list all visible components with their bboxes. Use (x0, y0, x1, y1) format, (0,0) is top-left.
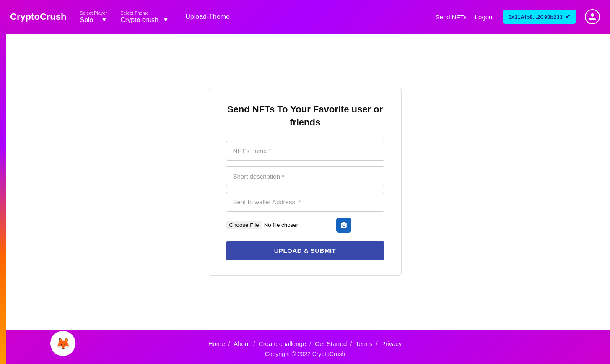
logout-link[interactable]: Logout (475, 13, 494, 21)
select-player-dropdown[interactable]: Solo Multi (80, 16, 104, 23)
select-theme-group: Select Theme Crypto crush Classic Space … (120, 10, 169, 23)
nft-name-input[interactable] (226, 141, 384, 161)
footer-nav: Home / About / Create challenge / Get St… (17, 340, 593, 347)
form-card: Send NFTs To Your Favorite user or frien… (209, 88, 402, 276)
left-strip (0, 0, 6, 364)
logo[interactable]: CryptoCrush (10, 11, 66, 22)
select-player-wrapper: Solo Multi ▼ (80, 16, 107, 23)
upload-submit-button[interactable]: UPLOAD & SUBMIT (226, 241, 384, 260)
form-title: Send NFTs To Your Favorite user or frien… (226, 103, 384, 129)
footer-sep-5: / (376, 340, 378, 347)
footer-home-link[interactable]: Home (208, 340, 225, 347)
header-right: Send NFTs Logout 0x11Afb8...2C90b233 ✔ (436, 9, 600, 24)
file-upload-row (226, 218, 384, 233)
header: CryptoCrush Select Player Solo Multi ▼ S… (0, 0, 610, 34)
select-theme-dropdown[interactable]: Crypto crush Classic Space (120, 16, 169, 23)
avatar[interactable] (585, 9, 600, 24)
footer-about-link[interactable]: About (234, 340, 250, 347)
short-description-input[interactable] (226, 166, 384, 186)
footer-terms-link[interactable]: Terms (356, 340, 373, 347)
wallet-address: 0x11Afb8...2C90b233 (509, 14, 563, 20)
select-player-label: Select Player (80, 10, 107, 16)
select-player-group: Select Player Solo Multi ▼ (80, 10, 107, 23)
footer-create-challenge-link[interactable]: Create challenge (259, 340, 306, 347)
footer-inner: 🦊 Home / About / Create challenge / Get … (17, 340, 593, 347)
send-nfts-link[interactable]: Send NFTs (436, 13, 467, 21)
checkmark-icon: ✔ (565, 13, 571, 21)
footer: 🦊 Home / About / Create challenge / Get … (0, 330, 610, 364)
footer-privacy-link[interactable]: Privacy (381, 340, 402, 347)
footer-sep-1: / (228, 340, 230, 347)
footer-sep-4: / (350, 340, 352, 347)
select-theme-wrapper: Crypto crush Classic Space ▼ (120, 16, 169, 23)
upload-theme-button[interactable]: Upload-Theme (185, 13, 230, 21)
footer-sep-2: / (253, 340, 255, 347)
camera-button[interactable] (336, 218, 351, 233)
footer-copyright: Copyright © 2022 CryptoCrush (17, 347, 593, 357)
wallet-badge[interactable]: 0x11Afb8...2C90b233 ✔ (503, 10, 576, 24)
main-content: Send NFTs To Your Favorite user or frien… (0, 34, 610, 330)
footer-get-started-link[interactable]: Get Started (315, 340, 347, 347)
wallet-address-input[interactable] (226, 192, 384, 212)
footer-sep-3: / (309, 340, 311, 347)
file-input[interactable] (226, 221, 332, 229)
select-theme-label: Select Theme (120, 10, 169, 16)
